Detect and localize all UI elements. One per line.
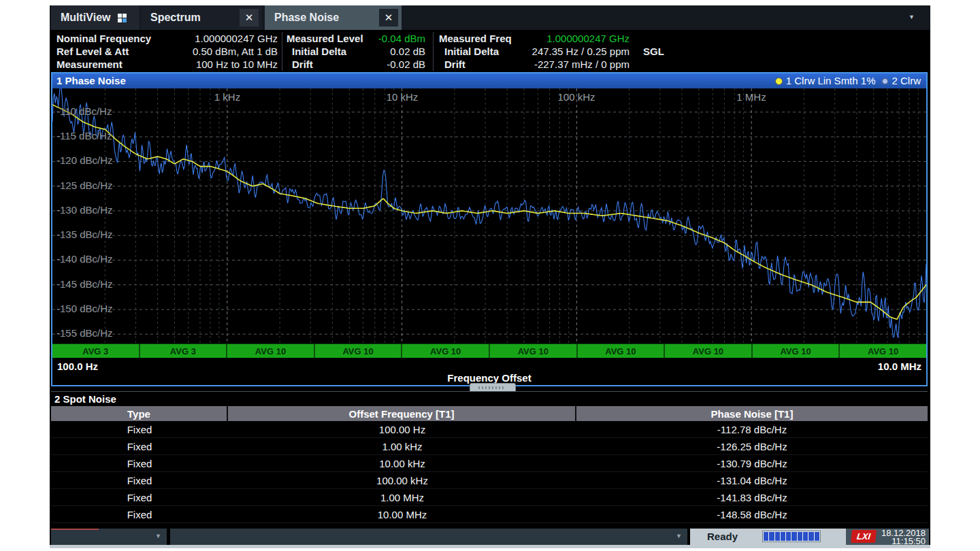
trace-1-label: 1 Clrw Lin Smth 1%: [786, 73, 876, 88]
progress-segment: [791, 532, 796, 541]
status-dropdown-left[interactable]: ▼: [51, 529, 167, 545]
spot-noise-table-cell: Fixed: [51, 455, 228, 471]
ref-level-att-value: 0.50 dBm, Att 1 dB: [56, 45, 278, 58]
header-separator: [433, 32, 434, 71]
spot-noise-table-cell: -131.04 dBc/Hz: [576, 472, 928, 488]
spot-noise-table-row[interactable]: Fixed1.00 kHz-126.25 dBc/Hz: [51, 438, 928, 455]
tab-phase-noise-label: Phase Noise: [274, 12, 339, 24]
spot-noise-table-cell: Fixed: [51, 421, 228, 437]
avg-segment: AVG 10: [840, 344, 926, 358]
y-axis-label: -145 dBc/Hz: [56, 278, 113, 290]
avg-segment: AVG 10: [402, 344, 490, 358]
measured-level-value: -0.04 dBm: [287, 32, 425, 45]
single-sweep-badge: SGL: [643, 45, 664, 58]
y-axis-label: -120 dBc/Hz: [56, 154, 113, 166]
progress-segment: [775, 532, 780, 541]
spot-noise-table-cell: -141.83 dBc/Hz: [576, 489, 928, 505]
spot-noise-table-row[interactable]: Fixed10.00 MHz-148.58 dBc/Hz: [51, 506, 928, 523]
status-bar: ▼ ▼ Ready LXI 18.12.2018 11:15:50: [50, 529, 930, 548]
tab-spectrum-label: Spectrum: [150, 12, 201, 24]
instrument-screen: MultiView Spectrum ✕ Phase Noise ✕ ▼ Nom…: [50, 5, 930, 548]
status-message-dropdown-icon[interactable]: ▼: [676, 533, 682, 539]
tab-multiview[interactable]: MultiView: [51, 5, 140, 30]
y-axis-label: -155 dBc/Hz: [56, 327, 113, 339]
avg-segment: AVG 10: [578, 344, 666, 358]
spot-noise-table-cell: 10.00 MHz: [228, 506, 576, 522]
legend-trace-1[interactable]: 1 Clrw Lin Smth 1%: [775, 73, 876, 88]
x-axis-stop-value: 10.0 MHz: [878, 361, 921, 372]
status-left-dropdown-icon[interactable]: ▼: [155, 533, 161, 539]
trace-2-marker-icon: [882, 78, 888, 84]
spot-noise-table-cell: -148.58 dBc/Hz: [576, 506, 928, 522]
y-axis-label: -110 dBc/Hz: [56, 105, 112, 117]
close-tab-phase-noise-icon[interactable]: ✕: [379, 9, 398, 27]
phase-noise-plot-area[interactable]: -110 dBc/Hz-115 dBc/Hz-120 dBc/Hz-125 dB…: [52, 88, 926, 344]
status-red-indicator: [51, 529, 99, 530]
spot-noise-table-cell: -126.25 dBc/Hz: [576, 438, 928, 454]
phase-noise-window: 1 Phase Noise 1 Clrw Lin Smth 1% 2 Clrw …: [51, 72, 928, 386]
progress-segment: [786, 532, 791, 541]
freq-initial-delta-value: 247.35 Hz / 0.25 ppm: [444, 45, 630, 58]
trace-2-clrw: [52, 88, 926, 338]
tab-bar: MultiView Spectrum ✕ Phase Noise ✕ ▼: [50, 5, 930, 30]
measurement-header: Nominal Frequency 1.000000247 GHz Ref Le…: [50, 31, 930, 71]
legend-trace-2[interactable]: 2 Clrw: [882, 73, 921, 88]
spot-noise-table-cell: -112.78 dBc/Hz: [576, 421, 928, 437]
spot-noise-table-cell: 10.00 kHz: [228, 455, 576, 471]
lxi-logo-icon: LXI: [851, 530, 877, 543]
status-message-field[interactable]: ▼: [170, 529, 687, 545]
spot-noise-table-row[interactable]: Fixed1.00 MHz-141.83 dBc/Hz: [51, 489, 928, 506]
avg-segment: AVG 10: [665, 344, 753, 358]
trace-2-label: 2 Clrw: [892, 73, 921, 88]
level-drift-value: -0.02 dB: [292, 58, 425, 71]
spot-noise-table-row[interactable]: Fixed100.00 Hz-112.78 dBc/Hz: [51, 421, 928, 438]
x-decade-label: 1 kHz: [214, 91, 240, 103]
column-header-phase-noise: Phase Noise [T1]: [576, 406, 928, 421]
page: MultiView Spectrum ✕ Phase Noise ✕ ▼ Nom…: [0, 0, 980, 551]
status-ready-section: Ready: [690, 529, 846, 545]
spot-noise-table-row[interactable]: Fixed10.00 kHz-130.79 dBc/Hz: [51, 455, 928, 472]
average-count-bar: AVG 3AVG 3AVG 10AVG 10AVG 10AVG 10AVG 10…: [52, 344, 926, 358]
x-axis-title: Frequency Offset: [52, 372, 926, 384]
tab-multiview-label: MultiView: [61, 12, 111, 24]
phase-noise-plot-svg: [52, 88, 926, 344]
spot-noise-table-cell: -130.79 dBc/Hz: [576, 455, 928, 471]
y-axis-label: -140 dBc/Hz: [56, 253, 113, 265]
spot-noise-table-cell: 1.00 MHz: [228, 489, 576, 505]
spot-noise-table-row[interactable]: Fixed100.00 kHz-131.04 dBc/Hz: [51, 472, 928, 489]
spot-noise-table-cell: Fixed: [51, 438, 228, 454]
date-time-display: 18.12.2018 11:15:50: [881, 529, 926, 546]
y-axis-label: -130 dBc/Hz: [56, 204, 113, 216]
phase-noise-window-titlebar[interactable]: 1 Phase Noise 1 Clrw Lin Smth 1% 2 Clrw: [52, 73, 926, 88]
avg-segment: AVG 10: [227, 344, 315, 358]
time-value: 11:15:50: [881, 537, 926, 546]
sweep-progress-bar: [762, 531, 821, 542]
spot-noise-window-title: 2 Spot Noise: [51, 392, 928, 406]
column-header-type: Type: [51, 406, 228, 421]
phase-noise-window-title: 1 Phase Noise: [56, 73, 126, 88]
status-bar-bottom-strip: [50, 545, 930, 548]
tab-spectrum[interactable]: Spectrum ✕: [141, 5, 262, 30]
progress-segment: [798, 532, 802, 541]
tab-phase-noise[interactable]: Phase Noise ✕: [265, 5, 402, 30]
progress-segment: [803, 532, 808, 541]
ready-status-text: Ready: [707, 531, 738, 542]
spot-noise-window: 2 Spot Noise Type Offset Frequency [T1] …: [51, 391, 928, 524]
close-tab-spectrum-icon[interactable]: ✕: [240, 9, 259, 27]
tabbar-dropdown-icon[interactable]: ▼: [909, 14, 915, 20]
y-axis-label: -135 dBc/Hz: [56, 229, 113, 240]
y-axis-label: -115 dBc/Hz: [56, 130, 112, 141]
avg-segment: AVG 3: [140, 344, 228, 358]
measured-freq-value: 1.000000247 GHz: [439, 32, 630, 45]
trace-1-marker-icon: [775, 78, 783, 85]
spot-noise-table-header: Type Offset Frequency [T1] Phase Noise […: [51, 406, 928, 421]
avg-segment: AVG 10: [490, 344, 578, 358]
freq-drift-value: -227.37 mHz / 0 ppm: [444, 58, 630, 71]
x-decade-label: 100 kHz: [557, 91, 595, 103]
spot-noise-table-cell: Fixed: [51, 472, 228, 488]
progress-segment: [815, 532, 819, 541]
spot-noise-table-cell: 1.00 kHz: [228, 438, 576, 454]
spot-noise-table-body: Fixed100.00 Hz-112.78 dBc/HzFixed1.00 kH…: [51, 421, 928, 523]
avg-segment: AVG 10: [753, 344, 840, 358]
spot-noise-table-cell: Fixed: [51, 506, 228, 522]
